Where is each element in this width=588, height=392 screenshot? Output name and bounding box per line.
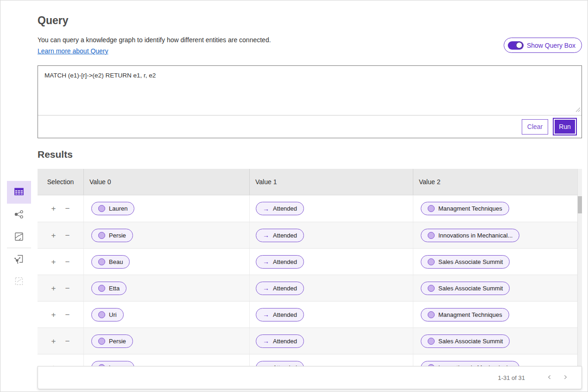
value2-cell: Sales Associate Summit — [413, 275, 582, 301]
remove-from-selection-button[interactable]: − — [64, 283, 71, 293]
new-link-chart-button[interactable] — [7, 248, 31, 271]
query-box: MATCH (e1)-[r]->(e2) RETURN e1, r, e2 Cl… — [38, 65, 582, 138]
previous-page-button[interactable] — [544, 372, 556, 384]
entity-pill[interactable]: Sales Associate Summit — [421, 255, 510, 269]
table-row: + − Beau → Attended Sales Associate Summ… — [38, 248, 582, 275]
query-input-wrap: MATCH (e1)-[r]->(e2) RETURN e1, r, e2 — [38, 66, 582, 115]
add-to-selection-button[interactable]: + — [51, 283, 57, 293]
entity-node-icon — [428, 285, 435, 292]
entity-node-icon — [428, 258, 435, 265]
remove-from-selection-button[interactable]: − — [64, 231, 71, 240]
entity-pill[interactable]: Persie — [91, 334, 133, 348]
table-view-button[interactable] — [7, 181, 31, 204]
remove-from-selection-button[interactable]: − — [64, 204, 71, 213]
table-row: + − Persie → Attended Innovations in Mec… — [38, 222, 582, 248]
add-to-selection-button[interactable]: + — [51, 363, 57, 366]
entity-label: Sales Associate Summit — [438, 258, 503, 265]
arrow-right-icon: → — [263, 337, 269, 345]
value1-cell: → Attended — [250, 275, 413, 301]
results-table: Selection Value 0 Value 1 Value 2 + − La… — [38, 169, 582, 366]
relationship-pill[interactable]: → Attended — [256, 282, 304, 295]
relationship-pill[interactable]: → Attended — [256, 229, 304, 242]
remove-from-selection-button[interactable]: − — [64, 310, 71, 320]
query-footer: Clear Run — [38, 115, 582, 138]
next-page-button[interactable] — [559, 372, 571, 384]
value1-cell: → Attended — [250, 354, 413, 366]
query-input[interactable]: MATCH (e1)-[r]->(e2) RETURN e1, r, e2 — [38, 66, 582, 115]
value0-cell: Uri — [84, 302, 250, 328]
relationship-label: Attended — [273, 205, 297, 212]
selection-cell: + − — [38, 249, 84, 275]
table-row: + − Persie → Attended Sales Associate Su… — [38, 328, 582, 354]
entity-label: Beau — [109, 258, 123, 265]
relationship-pill[interactable]: → Attended — [256, 255, 304, 269]
entity-pill[interactable]: Lauren — [91, 202, 134, 215]
results-title: Results — [38, 149, 73, 160]
show-query-box-button[interactable]: Show Query Box — [504, 38, 582, 53]
entity-node-icon — [98, 232, 105, 239]
resize-grip-icon[interactable] — [575, 106, 581, 114]
add-to-selection-button[interactable]: + — [51, 336, 57, 346]
relationship-pill[interactable]: → Attended — [256, 334, 304, 348]
entity-node-icon — [428, 205, 435, 212]
selection-cell: + − — [38, 275, 84, 301]
learn-more-link[interactable]: Learn more about Query — [38, 47, 108, 55]
table-row: + − Lauren → Attended Managment Techniqu… — [38, 195, 582, 222]
clear-button[interactable]: Clear — [522, 119, 548, 135]
entity-pill[interactable]: Managment Techniques — [421, 308, 509, 321]
value1-cell: → Attended — [250, 302, 413, 328]
add-to-selection-button[interactable]: + — [51, 310, 57, 320]
entity-pill[interactable]: Uri — [91, 308, 124, 321]
entity-pill[interactable]: Etta — [91, 282, 126, 295]
page-title: Query — [38, 14, 68, 27]
relationship-pill[interactable]: → Attended — [256, 361, 304, 366]
remove-from-selection-button[interactable]: − — [64, 257, 71, 267]
chevron-right-icon — [562, 374, 569, 382]
entity-pill[interactable]: Innovations in Mechanical... — [421, 361, 519, 366]
entity-pill[interactable]: Persie — [91, 229, 133, 242]
selection-cell: + − — [38, 222, 84, 248]
pagination-range: 1-31 of 31 — [498, 374, 525, 381]
pagination-bar: 1-31 of 31 — [38, 366, 582, 389]
relationship-pill[interactable]: → Attended — [256, 308, 304, 321]
selection-cell: + − — [38, 354, 84, 366]
entity-pill[interactable]: Managment Techniques — [421, 202, 509, 215]
selection-cell: + − — [38, 195, 84, 222]
table-body: + − Lauren → Attended Managment Techniqu… — [38, 195, 582, 366]
add-to-selection-button[interactable]: + — [51, 231, 57, 240]
relationship-label: Attended — [273, 258, 297, 265]
show-query-box-toggle[interactable] — [508, 41, 524, 50]
arrow-right-icon: → — [263, 284, 269, 292]
remove-from-selection-button[interactable]: − — [64, 336, 71, 346]
entity-pill[interactable]: Innovations in Mechanical... — [421, 229, 519, 242]
relationship-pill[interactable]: → Attended — [256, 202, 304, 215]
scrollbar-thumb[interactable] — [578, 196, 582, 213]
table-scrollbar[interactable] — [577, 169, 582, 366]
value2-cell: Sales Associate Summit — [413, 249, 582, 275]
toggle-knob — [516, 42, 523, 49]
value0-cell: Beau — [84, 249, 250, 275]
value2-cell: Sales Associate Summit — [413, 328, 582, 354]
entity-label: Innovations in Mechanical... — [438, 232, 512, 239]
column-header-selection: Selection — [38, 169, 84, 195]
table-row: + − Lauren → Attended Innovations in Mec… — [38, 354, 582, 366]
add-to-selection-button[interactable]: + — [51, 257, 57, 267]
chevron-left-icon — [546, 374, 553, 382]
entity-label: Uri — [109, 311, 117, 318]
entity-pill[interactable]: Sales Associate Summit — [421, 334, 510, 348]
relationship-label: Attended — [273, 311, 297, 318]
run-button[interactable]: Run — [553, 118, 577, 135]
relationship-label: Attended — [273, 285, 297, 292]
remove-from-selection-button[interactable]: − — [64, 363, 71, 366]
entity-pill[interactable]: Lauren — [91, 361, 134, 366]
link-chart-view-button[interactable] — [7, 204, 31, 226]
entity-pill[interactable]: Sales Associate Summit — [421, 282, 510, 295]
new-map-button — [7, 270, 31, 293]
table-row: + − Etta → Attended Sales Associate Summ… — [38, 275, 582, 301]
entity-node-icon — [428, 338, 435, 345]
value0-cell: Lauren — [84, 195, 250, 222]
entity-pill[interactable]: Beau — [91, 255, 130, 269]
map-view-button[interactable] — [7, 226, 31, 249]
add-to-selection-button[interactable]: + — [51, 204, 57, 213]
value2-cell: Innovations in Mechanical... — [413, 354, 582, 366]
